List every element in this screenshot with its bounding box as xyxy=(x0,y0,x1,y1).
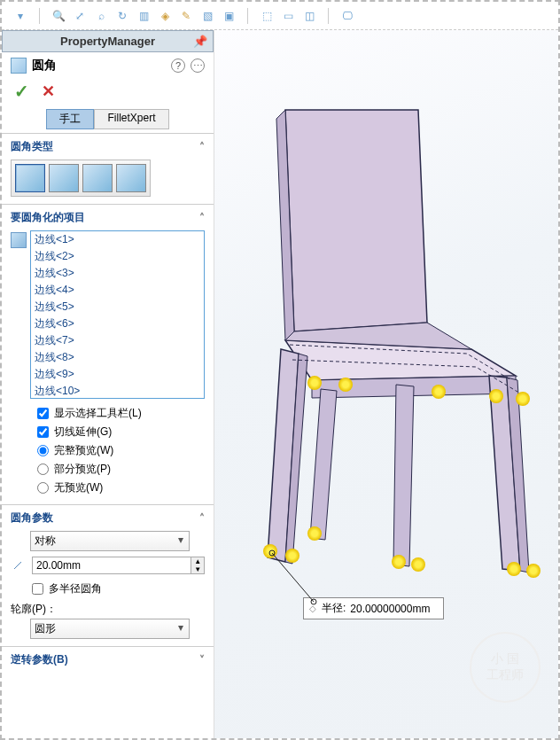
section-fillet-type[interactable]: 圆角类型 ˄ xyxy=(11,139,205,154)
section-items[interactable]: 要圆角化的项目 ˄ xyxy=(11,210,205,225)
panel-header: PropertyManager 📌 xyxy=(2,30,214,52)
monitor-icon[interactable]: 🖵 xyxy=(339,8,355,24)
zoom-area-icon[interactable]: ⌕ xyxy=(93,8,109,24)
edge-selection-icon xyxy=(11,232,27,248)
list-item[interactable]: 边线<6> xyxy=(31,315,204,332)
full-preview-label: 完整预览(W) xyxy=(54,443,113,458)
section-view-icon[interactable]: ▥ xyxy=(136,8,152,24)
fillet-type-full-round[interactable] xyxy=(116,164,146,192)
callout-radius-input[interactable] xyxy=(349,602,438,616)
fillet-marker xyxy=(392,555,406,569)
fillet-marker xyxy=(507,562,521,576)
show-toolbar-checkbox[interactable] xyxy=(37,408,49,419)
divider xyxy=(247,8,248,24)
fillet-marker xyxy=(411,557,425,572)
view-icon[interactable]: ⬚ xyxy=(259,8,275,24)
fillet-marker xyxy=(307,526,322,541)
profile-label: 轮廓(P)： xyxy=(11,602,205,617)
section-items-label: 要圆角化的项目 xyxy=(11,210,85,225)
watermark-line1: 小 国 xyxy=(491,651,519,667)
ok-button[interactable]: ✓ xyxy=(14,81,29,102)
dropdown-arrow-icon[interactable]: ▾ xyxy=(12,8,28,24)
no-preview-label: 无预览(W) xyxy=(54,480,103,495)
multi-radius-checkbox[interactable] xyxy=(32,583,43,595)
chevron-up-icon: ˄ xyxy=(199,141,205,153)
section-params[interactable]: 圆角参数 ˄ xyxy=(11,510,205,526)
radius-input[interactable] xyxy=(33,557,191,573)
no-preview-radio[interactable] xyxy=(37,482,49,494)
fillet-type-face[interactable] xyxy=(82,164,113,192)
multi-radius-label: 多半径圆角 xyxy=(49,581,102,596)
section-reverse[interactable]: 逆转参数(B) ˅ xyxy=(11,652,205,667)
watermark-line2: 工程师 xyxy=(486,667,524,683)
tangent-label: 切线延伸(G) xyxy=(54,425,112,440)
chevron-down-icon: ˅ xyxy=(199,654,205,666)
tab-manual[interactable]: 手工 xyxy=(46,109,94,129)
tab-filletxpert[interactable]: FilletXpert xyxy=(94,109,168,129)
list-item[interactable]: 边线<3> xyxy=(31,265,204,282)
section-params-label: 圆角参数 xyxy=(11,510,53,526)
panel-title: PropertyManager xyxy=(60,35,155,48)
list-item[interactable]: 边线<8> xyxy=(31,349,204,366)
edge-selection-list[interactable]: 边线<1> 边线<2> 边线<3> 边线<4> 边线<5> 边线<6> 边线<7… xyxy=(30,230,205,399)
orientation-icon[interactable]: ◈ xyxy=(157,8,173,24)
zoom-window-icon[interactable]: ⤢ xyxy=(72,8,88,24)
full-preview-radio[interactable] xyxy=(37,445,49,456)
list-item[interactable]: 边线<7> xyxy=(31,332,204,349)
fillet-type-constant[interactable] xyxy=(15,164,45,192)
fillet-marker xyxy=(432,385,446,399)
callout-leader xyxy=(259,544,347,615)
watermark: 小 国 工程师 xyxy=(470,632,541,703)
help-icon[interactable]: ? xyxy=(171,58,185,73)
spin-down-button[interactable]: ▼ xyxy=(191,565,204,573)
svg-line-0 xyxy=(272,553,314,602)
radius-icon: ⟋ xyxy=(11,557,27,573)
chevron-up-icon: ˄ xyxy=(199,212,205,224)
section-reverse-label: 逆转参数(B) xyxy=(11,652,68,667)
symmetry-value: 对称 xyxy=(35,534,56,547)
detailed-help-icon[interactable]: ⋯ xyxy=(191,58,205,73)
list-item[interactable]: 边线<4> xyxy=(31,282,204,299)
partial-preview-radio[interactable] xyxy=(37,463,49,475)
chair-model xyxy=(223,57,551,606)
partial-preview-label: 部分预览(P) xyxy=(54,462,111,477)
display-style-icon[interactable]: ✎ xyxy=(178,8,194,24)
rotate-view-icon[interactable]: ↻ xyxy=(114,8,130,24)
fillet-marker xyxy=(307,376,322,390)
list-item[interactable]: 边线<5> xyxy=(31,299,204,315)
fillet-marker xyxy=(489,389,503,403)
chevron-up-icon: ˄ xyxy=(199,512,205,525)
model-viewport[interactable]: ◇ 半径: 小 国 工程师 xyxy=(214,30,558,738)
feature-title: 圆角 xyxy=(32,58,166,74)
divider xyxy=(328,8,329,24)
list-item[interactable]: 边线<2> xyxy=(31,248,204,265)
symmetry-combo[interactable]: 对称 xyxy=(30,531,190,551)
show-toolbar-label: 显示选择工具栏(L) xyxy=(54,406,142,421)
top-toolbar: ▾ 🔍 ⤢ ⌕ ↻ ▥ ◈ ✎ ▧ ▣ ⬚ ▭ ◫ 🖵 xyxy=(2,2,558,30)
pin-icon[interactable]: 📌 xyxy=(193,35,207,49)
list-item[interactable]: 边线<9> xyxy=(31,366,204,383)
zoom-fit-icon[interactable]: 🔍 xyxy=(51,8,66,24)
divider xyxy=(39,8,40,24)
cancel-button[interactable]: ✕ xyxy=(42,82,55,101)
fillet-marker xyxy=(338,378,353,392)
fillet-marker xyxy=(516,392,530,406)
tangent-checkbox[interactable] xyxy=(37,426,49,438)
fillet-feature-icon xyxy=(11,58,27,74)
spin-up-button[interactable]: ▲ xyxy=(191,557,204,565)
fillet-type-variable[interactable] xyxy=(49,164,79,192)
property-manager-panel: PropertyManager 📌 圆角 ? ⋯ ✓ ✕ 手工 FilletXp… xyxy=(2,30,214,738)
scene-icon[interactable]: ▧ xyxy=(199,8,215,24)
pane-icon[interactable]: ◫ xyxy=(301,8,317,24)
profile-combo[interactable]: 圆形 xyxy=(30,619,190,639)
fillet-marker xyxy=(526,564,541,578)
section-fillet-type-label: 圆角类型 xyxy=(11,139,53,154)
list-item[interactable]: 边线<1> xyxy=(31,231,204,248)
perspective-icon[interactable]: ▭ xyxy=(280,8,296,24)
list-item[interactable]: 边线<10> xyxy=(31,383,204,399)
profile-value: 圆形 xyxy=(35,622,56,635)
render-icon[interactable]: ▣ xyxy=(221,8,237,24)
